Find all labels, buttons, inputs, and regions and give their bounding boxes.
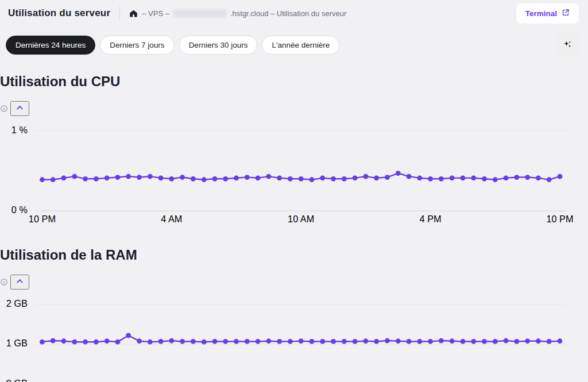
ram-card-title: Utilisation de la RAM <box>0 247 588 263</box>
page-title: Utilisation du serveur <box>8 7 110 19</box>
filter-last-30-days[interactable]: Derniers 30 jours <box>179 36 258 55</box>
time-range-filters: Dernières 24 heures Derniers 7 jours Der… <box>0 26 588 62</box>
info-icon[interactable] <box>0 105 10 114</box>
svg-text:1 GB: 1 GB <box>6 338 28 348</box>
sparkles-icon <box>562 43 574 52</box>
cpu-usage-chart[interactable]: 1 %0 %10 PM4 AM10 AM4 PM10 PM <box>0 116 588 236</box>
svg-text:4 AM: 4 AM <box>161 213 182 223</box>
ram-usage-card: Utilisation de la RAM 2 GB1 GB0 GB10 PM4… <box>0 247 588 382</box>
ai-assistant-button[interactable] <box>556 33 580 57</box>
svg-text:10 PM: 10 PM <box>546 213 573 223</box>
breadcrumb-segment-host: .hstgr.cloud – Utilisation du serveur <box>230 9 346 18</box>
ram-usage-chart[interactable]: 2 GB1 GB0 GB10 PM4 AM10 AM4 PM10 PM <box>0 290 588 382</box>
terminal-button-label: Terminal <box>525 9 557 18</box>
svg-text:4 PM: 4 PM <box>420 213 442 223</box>
cpu-card-header: Utilisation du CPU <box>0 74 588 116</box>
breadcrumb-segment-vps: – VPS – <box>142 9 169 18</box>
breadcrumb: – VPS – .hstgr.cloud – Utilisation du se… <box>129 9 346 18</box>
header-divider <box>119 6 120 20</box>
filter-last-24-hours[interactable]: Dernières 24 heures <box>6 36 95 55</box>
svg-text:0 GB: 0 GB <box>6 378 28 382</box>
filter-last-year[interactable]: L'année dernière <box>262 36 339 55</box>
cpu-usage-card: Utilisation du CPU 1 %0 %10 PM4 AM10 AM4… <box>0 74 588 236</box>
ram-card-header: Utilisation de la RAM <box>0 247 588 290</box>
svg-text:2 GB: 2 GB <box>6 298 28 308</box>
svg-text:10 PM: 10 PM <box>29 213 56 223</box>
cpu-card-title: Utilisation du CPU <box>0 74 588 90</box>
external-link-icon <box>562 9 570 18</box>
collapse-ram-chevron-up-icon[interactable] <box>10 275 29 290</box>
svg-text:1 %: 1 % <box>11 124 28 134</box>
info-icon[interactable] <box>0 278 10 288</box>
page-header: Utilisation du serveur – VPS – .hstgr.cl… <box>0 0 588 26</box>
collapse-cpu-chevron-up-icon[interactable] <box>10 101 29 116</box>
redacted-hostname <box>173 10 226 17</box>
svg-text:10 AM: 10 AM <box>288 213 314 223</box>
filter-last-7-days[interactable]: Derniers 7 jours <box>100 36 174 55</box>
home-icon[interactable] <box>129 9 138 18</box>
svg-text:0 %: 0 % <box>11 204 28 215</box>
terminal-button[interactable]: Terminal <box>516 3 579 24</box>
